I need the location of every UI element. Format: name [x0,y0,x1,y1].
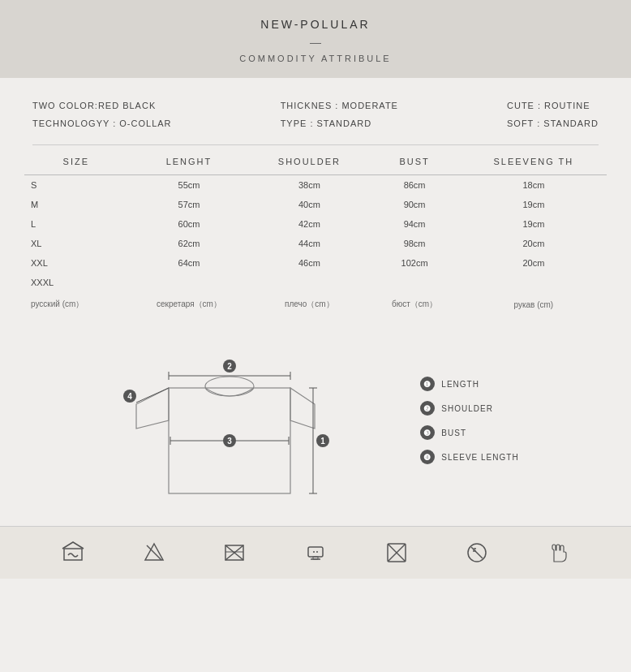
table-cell: XL [24,234,128,253]
legend-item-bust: ❸ BUST [420,425,518,440]
russian-cell: бюст（cm） [368,292,460,315]
table-cell: XXL [24,253,128,273]
table-cell: 20cm [461,253,607,273]
table-cell [461,273,607,292]
table-cell [250,273,368,292]
svg-text:2: 2 [228,362,233,371]
do-not-wash-icon [220,538,249,567]
legend-num-3: ❸ [420,425,435,440]
header-section: NEW-POLULAR — COMMODITY ATTRIBULE [0,0,631,78]
col-bust: BUST [368,149,460,175]
table-cell: 98cm [368,234,460,253]
table-cell: M [24,195,128,214]
legend-label-shoulder: SHOULDER [441,404,493,413]
tshirt-svg: 2 3 1 4 [112,331,339,510]
table-cell: 102cm [368,253,460,273]
table-cell: 38cm [250,175,368,196]
table-row: XXL64cm46cm102cm20cm [24,253,607,273]
attr-thickness: THICKNES : MODERATE [281,101,398,110]
attr-col-1: TWO COLOR:RED BLACK TECHNOLOGYy : O-COLL… [32,101,172,128]
svg-text:1: 1 [321,437,326,446]
table-cell: 40cm [250,195,368,214]
attr-cute: CUTE : ROUTINE [507,101,599,110]
wash-icon [58,538,88,567]
table-cell [128,273,251,292]
svg-text:3: 3 [228,437,233,446]
legend-num-2: ❷ [420,401,435,416]
russian-cell: русский (cm） [24,292,128,315]
attr-col-3: CUTE : ROUTINE SOFT : STANDARD [507,101,599,128]
size-section: SIZE LENGHT SHOULDER BUST SLEEVENG TH S5… [0,149,631,323]
col-size: SIZE [24,149,128,175]
attr-col-2: THICKNES : MODERATE TYPE : STANDARD [281,101,398,128]
table-cell: 64cm [128,253,251,273]
russian-cell: плечо（cm） [250,292,368,315]
legend-item-sleeve: ❹ SLEEVE LENGTH [420,450,518,464]
table-cell: 62cm [128,234,251,253]
no-tumble-icon [382,538,411,567]
svg-rect-25 [308,547,323,557]
table-cell: 19cm [461,195,607,214]
table-cell: 18cm [461,175,607,196]
table-row: XL62cm44cm98cm20cm [24,234,607,253]
table-cell: 19cm [461,214,607,234]
table-row: M57cm40cm90cm19cm [24,195,607,214]
legend-num-1: ❶ [420,377,435,391]
table-cell [368,273,460,292]
table-cell: S [24,175,128,196]
legend-item-length: ❶ LENGTH [420,377,518,391]
table-cell: 94cm [368,214,460,234]
svg-point-1 [205,377,254,396]
table-cell: 60cm [128,214,251,234]
col-length: LENGHT [128,149,251,175]
table-cell: XXXL [24,273,128,292]
header-subtitle: COMMODITY ATTRIBULE [0,54,631,63]
table-cell: 42cm [250,214,368,234]
russian-cell: рукав (cm) [461,292,607,315]
size-table: SIZE LENGHT SHOULDER BUST SLEEVENG TH S5… [24,149,607,315]
no-dry-clean-icon [462,538,491,567]
russian-row: русский (cm）секретаря（cm）плечо（cm）бюст（c… [24,292,607,315]
care-section [0,526,631,579]
attr-technology: TECHNOLOGYy : O-COLLAR [32,118,172,128]
table-cell: 57cm [128,195,251,214]
diagram-legend: ❶ LENGTH ❷ SHOULDER ❸ BUST ❹ SLEEVE LENG… [420,377,518,464]
table-cell: 55cm [128,175,251,196]
legend-label-length: LENGTH [441,380,479,389]
no-bleach-icon [140,538,169,567]
table-cell: 90cm [368,195,460,214]
attributes-grid: TWO COLOR:RED BLACK TECHNOLOGYy : O-COLL… [32,101,599,128]
table-row: L60cm42cm94cm19cm [24,214,607,234]
iron-low-icon [301,538,330,567]
table-row: S55cm38cm86cm18cm [24,175,607,196]
legend-label-sleeve: SLEEVE LENGTH [441,453,518,462]
glove-care-icon [543,538,573,567]
svg-line-17 [136,388,169,403]
col-sleeve: SLEEVENG TH [461,149,607,175]
header-dash: — [0,36,631,49]
svg-line-34 [471,547,483,558]
attr-soft: SOFT : STANDARD [507,118,599,128]
table-row: XXXL [24,273,607,292]
table-cell: 46cm [250,253,368,273]
table-cell: 44cm [250,234,368,253]
col-shoulder: SHOULDER [250,149,368,175]
legend-label-bust: BUST [441,429,466,437]
diagram-section: 2 3 1 4 ❶ LENGTH ❷ [0,323,631,526]
tshirt-diagram: 2 3 1 4 [112,331,371,510]
svg-text:4: 4 [128,392,133,401]
legend-item-shoulder: ❷ SHOULDER [420,401,518,416]
header-title: NEW-POLULAR [0,18,631,31]
table-cell: 86cm [368,175,460,196]
table-cell: L [24,214,128,234]
divider [32,144,599,145]
attr-type: TYPE : STANDARD [281,118,398,128]
legend-num-4: ❹ [420,450,435,464]
attributes-section: TWO COLOR:RED BLACK TECHNOLOGYy : O-COLL… [0,78,631,144]
table-cell: 20cm [461,234,607,253]
attr-color: TWO COLOR:RED BLACK [32,101,172,110]
russian-cell: секретаря（cm） [128,292,251,315]
